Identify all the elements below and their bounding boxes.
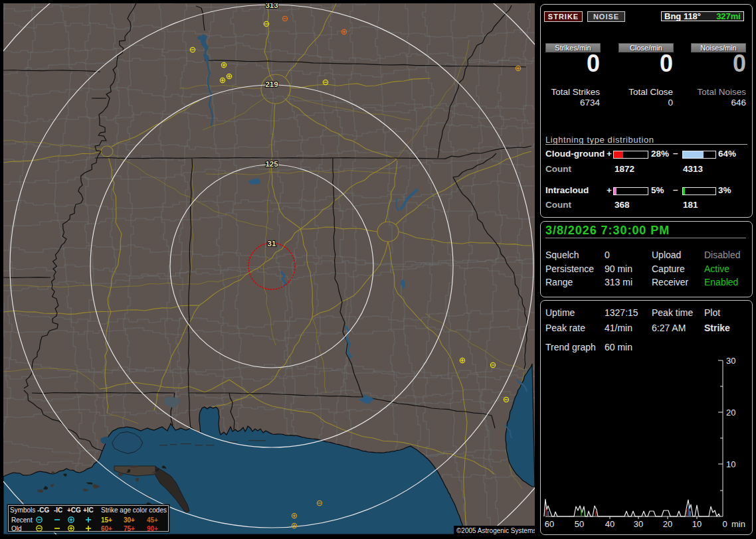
svg-text:31: 31 [268,240,276,248]
svg-text:30: 30 [634,519,643,529]
svg-text:+IC: +IC [83,506,94,514]
svg-text:Recent: Recent [11,516,33,524]
svg-text:125: 125 [265,160,278,168]
svg-text:10: 10 [692,519,702,529]
svg-text:Strike age color codes: Strike age color codes [101,506,167,514]
svg-text:-IC: -IC [54,506,62,514]
svg-text:min: min [731,519,745,529]
svg-text:219: 219 [265,80,278,88]
svg-text:60: 60 [545,519,554,529]
svg-text:©2005 Astrogenic Systems: ©2005 Astrogenic Systems [456,527,535,534]
svg-text:30+: 30+ [124,516,135,524]
svg-text:40: 40 [605,519,614,529]
svg-text:90+: 90+ [147,525,158,532]
svg-text:313: 313 [265,3,278,9]
svg-text:-CG: -CG [37,506,50,514]
svg-text:20: 20 [663,519,672,529]
svg-text:+CG: +CG [67,506,81,514]
svg-text:50: 50 [575,519,584,529]
svg-text:60+: 60+ [101,525,112,532]
svg-text:Old: Old [11,525,22,532]
svg-text:10: 10 [726,459,735,469]
svg-text:15+: 15+ [101,516,112,524]
svg-text:30: 30 [726,356,735,366]
svg-text:75+: 75+ [124,525,135,532]
svg-text:20: 20 [726,408,735,418]
svg-text:45+: 45+ [147,516,158,524]
svg-text:0: 0 [722,519,727,529]
svg-text:Symbols: Symbols [10,506,35,514]
